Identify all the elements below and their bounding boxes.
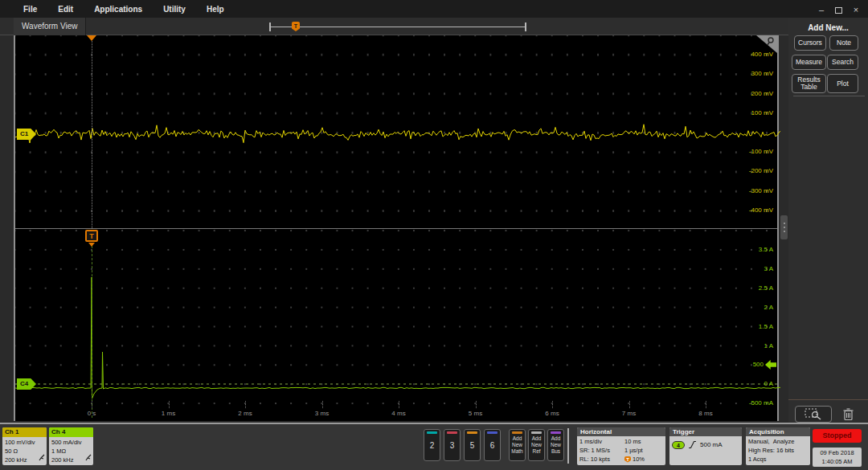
menu-item-applications[interactable]: Applications (84, 2, 153, 17)
axis-label: -300 mV (749, 188, 773, 194)
window-controls: – × (816, 2, 862, 17)
trigger-position-line-lower (92, 246, 92, 418)
channel-button-3[interactable]: 3 (444, 429, 461, 461)
add-new-ref-button[interactable]: AddNewRef (528, 429, 545, 461)
channel1-trace (15, 125, 780, 143)
menu-item-help[interactable]: Help (196, 2, 235, 17)
close-icon[interactable]: × (850, 4, 862, 15)
menu-item-utility[interactable]: Utility (153, 2, 196, 17)
run-stop-status-button[interactable]: Stopped (813, 429, 862, 443)
channel-button-label: 2 (424, 441, 440, 450)
time-axis-label: 7 ms (622, 410, 636, 417)
axis-label: 400 mV (751, 51, 773, 58)
menu-item-file[interactable]: File (13, 2, 47, 17)
time-axis-tick (169, 401, 170, 408)
acquisition-overview[interactable]: T (269, 22, 526, 32)
trigger-position-marker-icon[interactable] (87, 35, 96, 41)
acquisition-title: Acquisition (746, 427, 810, 436)
zoom-box-icon (805, 408, 822, 420)
time-axis-label: 5 ms (469, 410, 482, 417)
axis-label: -500 mA (749, 400, 773, 407)
trigger-panel[interactable]: Trigger 4 500 mA (669, 427, 742, 465)
menu-bar: FileEditApplicationsUtilityHelp – × (0, 0, 868, 18)
horizontal-panel[interactable]: Horizontal 1 ms/div10 ms SR: 1 MS/s1 µs/… (577, 427, 665, 465)
channel-color-stripe (427, 431, 437, 434)
channel-color-stripe (531, 431, 542, 434)
time-axis-tick (399, 401, 399, 408)
bottom-bar-divider (567, 428, 569, 464)
menu-item-edit[interactable]: Edit (47, 2, 84, 17)
waveform-display[interactable]: T C1 C4 400 mV300 mV200 mV100 mV-100 mV-… (14, 35, 779, 421)
channel4-trace (15, 277, 780, 398)
horizontal-title: Horizontal (577, 427, 665, 436)
time-axis-label: 0 s (88, 410, 96, 417)
trigger-position-icon: T (624, 456, 631, 463)
axis-label: 1.5 A (759, 324, 773, 330)
restore-icon[interactable] (835, 2, 842, 17)
channel-button-6[interactable]: 6 (484, 429, 501, 461)
panel-divider (793, 96, 865, 96)
probe-icon (39, 454, 45, 464)
trigger-position-line-upper (92, 41, 92, 228)
axis-label: 200 mV (751, 91, 773, 97)
zoom-box-button[interactable] (795, 406, 832, 423)
tab-waveform-view[interactable]: Waveform View (14, 18, 86, 35)
waveform-traces (15, 35, 780, 421)
probe-icon (85, 454, 92, 464)
bottom-bar: Ch 1 100 mV/div 50 Ω 200 kHz Ch 4 500 mA… (0, 423, 868, 470)
time-axis-tick (476, 401, 477, 408)
panel-divider-bottom (788, 399, 868, 400)
axis-label: 3.5 A (759, 247, 773, 253)
channel-button-2[interactable]: 2 (424, 429, 440, 461)
overview-trigger-icon[interactable]: T (292, 22, 300, 31)
add-button-label: AddNewRef (529, 435, 544, 455)
add-new-plot-button[interactable]: Plot (827, 74, 858, 93)
acquisition-detail: High Res: 16 bits (748, 446, 808, 455)
channel-color-stripe (447, 431, 457, 434)
add-button-label: AddNewMath (510, 435, 525, 455)
tab-bar: Waveform View T (0, 18, 868, 35)
channel-button-5[interactable]: 5 (464, 429, 481, 461)
overview-record-line (269, 27, 526, 27)
time-axis-label: 2 ms (238, 410, 252, 417)
time-axis-label: 8 ms (698, 410, 712, 417)
horizontal-duration: 10 ms (624, 437, 663, 446)
time-axis-tick (706, 401, 706, 408)
horizontal-scale: 1 ms/div (579, 437, 624, 446)
time-axis-tick (245, 401, 246, 408)
acquisition-panel[interactable]: Acquisition Manual, Analyze High Res: 16… (746, 427, 810, 465)
time-axis-tick (552, 401, 553, 408)
add-new-search-button[interactable]: Search (827, 55, 858, 70)
datetime-display: 09 Feb 2018 1:40:05 AM (813, 448, 862, 467)
time-axis-label: 1 ms (162, 410, 175, 417)
trigger-title: Trigger (669, 427, 742, 436)
add-new-note-button[interactable]: Note (829, 35, 858, 51)
time-axis-tick (92, 401, 92, 408)
axis-label: -400 mV (749, 207, 773, 214)
axis-label: 100 mV (751, 110, 773, 116)
time-axis-label: 6 ms (545, 410, 559, 417)
add-button-label: AddNewBus (548, 435, 563, 455)
minimize-icon[interactable]: – (816, 4, 827, 15)
axis-label: 300 mV (751, 71, 773, 77)
overview-right-bracket (525, 22, 526, 31)
axis-label: 0 A (764, 381, 773, 387)
channel1-scale: 100 mV/div (5, 438, 45, 447)
axis-label: 3 A (764, 266, 773, 272)
trash-icon (842, 407, 854, 421)
channel-color-stripe (467, 431, 477, 434)
time-axis-tick (322, 401, 323, 408)
add-new-math-button[interactable]: AddNewMath (509, 429, 526, 461)
trash-button[interactable] (838, 406, 858, 423)
add-new-results-table-button[interactable]: Results Table (792, 74, 826, 93)
trigger-level: 500 mA (700, 440, 723, 449)
time-axis-label: 3 ms (315, 410, 329, 417)
channel1-badge[interactable]: Ch 1 100 mV/div 50 Ω 200 kHz (2, 427, 47, 465)
add-new-measure-button[interactable]: Measure (792, 55, 826, 70)
panel-splitter-handle[interactable] (780, 215, 788, 239)
add-new-cursors-button[interactable]: Cursors (794, 35, 826, 51)
add-new-bus-button[interactable]: AddNewBus (547, 429, 564, 461)
trigger-badge[interactable]: T (85, 230, 98, 242)
channel4-badge[interactable]: Ch 4 500 mA/div 1 MΩ 200 kHz (49, 427, 93, 465)
channel4-badge-title: Ch 4 (49, 427, 93, 437)
